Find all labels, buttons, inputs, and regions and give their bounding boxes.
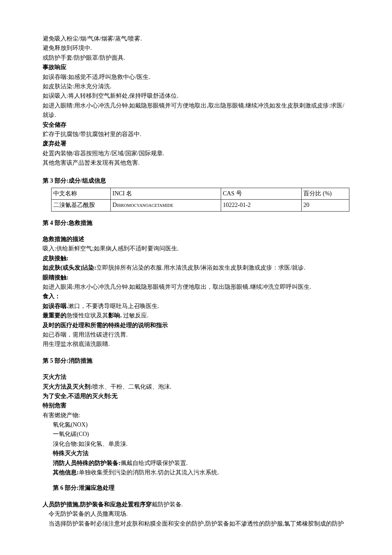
symptoms-b2: 影响. xyxy=(108,312,122,319)
s6-line-2: 当选择防护装备时必须注意对皮肤和粘膜全面和安全的防护,防护装备如不渗透性的防护服… xyxy=(43,519,349,529)
skin-contact-title: 皮肤接触: xyxy=(43,254,349,263)
other-prefix: 其他信息: xyxy=(53,469,79,476)
td-inci: Dibromocyanoacetamide xyxy=(111,200,221,211)
treatment-m2: 殊处理的说明和指示 xyxy=(114,322,168,328)
fire-method-prefix: 灭火方法及灭火剂: xyxy=(43,384,92,390)
accident-line-4: 如进入眼睛:用水小心冲洗几分钟.如戴隐形眼镜并可方便地取出,取出隐形眼镜.继续冲… xyxy=(43,101,349,120)
other-rest: 单独收集受到污染的消防用水.切勿让其流入污水系统. xyxy=(79,469,219,476)
safe-storage-line: 贮存于抗腐蚀/带抗腐蚀衬里的容器中. xyxy=(43,130,349,139)
th-cas: CAS 号 xyxy=(221,188,302,199)
skin-rest: 立即脱掉所有沾染的衣服.用水清洗皮肤/淋浴如发生皮肤刺激或皮疹：求医/就诊. xyxy=(96,264,306,271)
section3-title: 第 3 部分:成分/组成信息 xyxy=(43,176,349,186)
fire-method-rest: 喷水、干粉、二氧化碳、泡沫. xyxy=(92,384,172,390)
pp-rest: 戴防护装备. xyxy=(152,501,183,508)
ingest-rest: 漱口，不要诱导呕吐马上召唤医生. xyxy=(68,303,159,309)
equip-rest: 佩戴自给式呼吸保护装置. xyxy=(121,460,188,466)
personnel-protect-line: 人员防护措施,防护装备和应急处置程序穿戴防护装备. xyxy=(43,500,349,509)
unsuitable-prefix: 为了 xyxy=(43,393,55,399)
pp-mid: 备和应急处置程序穿 xyxy=(98,501,152,508)
th-cn-name: 中文名称 xyxy=(52,188,111,199)
disposal-line-2: 其他危害该产品暂未发现有其他危害. xyxy=(43,158,349,168)
hazard-line: 有害燃烧产物: xyxy=(43,411,349,420)
th-inci: INCI 名 xyxy=(111,188,221,199)
firefighter-equipment: 消防人员特殊的防护装备:佩戴自给式呼吸保护装置. xyxy=(43,459,349,468)
inhalation-line: 吸入:供给新鲜空气;如果病人感到不适时要询问医生. xyxy=(43,244,349,253)
ingest-line: 如误吞咽.漱口，不要诱导呕吐马上召唤医生. xyxy=(43,302,349,311)
symptoms-m1: 急慢性症状及其 xyxy=(66,312,108,319)
hazard-item-2: 一氧化碳(CO) xyxy=(43,430,349,439)
special-fire-method: 特殊灭火方法 xyxy=(43,449,349,458)
intro-line-1: 避免吸入粉尘/烟/气体/烟雾/蒸气/喷雾. xyxy=(43,34,349,44)
fire-method-title: 灭火方法 xyxy=(43,372,349,382)
table-row: 二溴氰基乙酰胺 Dibromocyanoacetamide 10222-01-2… xyxy=(52,200,349,211)
skin-contact-line: 如皮肤(或头发)沾染:立即脱掉所有沾染的衣服.用水清洗皮肤/淋浴如发生皮肤刺激或… xyxy=(43,263,349,273)
symptoms-b1: 最重要的 xyxy=(43,312,66,319)
unsuitable-line: 为了安全,不适用的灭火剂:无 xyxy=(43,392,349,401)
th-percent: 百分比 (%) xyxy=(302,188,349,199)
equip-prefix: 消防人员特殊的 xyxy=(53,460,95,466)
intro-line-3: 或防护手套/防护眼罩/防护面具. xyxy=(43,53,349,63)
hazard-item-3: 溴化合物:如溴化氢、单质溴. xyxy=(43,439,349,449)
treatment-title: 及时的医疗处理和所需的特殊处理的说明和指示 xyxy=(43,321,349,330)
s6-line-1: 令无防护装备的人员撤离现场. xyxy=(43,509,349,519)
treatment-line-1: 如已吞咽，需用活性碳进行洗胃. xyxy=(43,330,349,340)
pp-prefix: 人员防护措施,防护装 xyxy=(43,501,98,508)
symptoms-end: 过敏反应. xyxy=(122,312,149,319)
table-header-row: 中文名称 INCI 名 CAS 号 百分比 (%) xyxy=(52,188,349,199)
disposal-line-1: 处置内装物/容器按照地方/区域/国家/国际规章. xyxy=(43,149,349,158)
ingest-prefix: 如误吞咽. xyxy=(43,303,68,309)
equip-mid: 防护装备: xyxy=(95,460,121,466)
hazard-item-1: 氧化氮(NOX) xyxy=(43,420,349,430)
eye-contact-title: 眼睛接触: xyxy=(43,273,349,282)
intro-line-2: 避免释放到环境中. xyxy=(43,44,349,53)
td-percent: 20 xyxy=(302,200,349,211)
disposal-title: 废弃处署 xyxy=(43,139,349,148)
td-cn-name: 二溴氰基乙酰胺 xyxy=(52,200,111,211)
special-hazard-title: 特别危害 xyxy=(43,401,349,410)
td-cas: 10222-01-2 xyxy=(221,200,302,211)
section6-title: 第 6 部分:泄漏应急处理 xyxy=(43,483,349,493)
treatment-line-2: 用生理盐水彻底清洗眼睛. xyxy=(43,340,349,349)
accident-response-title: 事故响应 xyxy=(43,63,349,72)
section5-title: 第 5 部分:消防措施 xyxy=(43,356,349,366)
composition-table: 中文名称 INCI 名 CAS 号 百分比 (%) 二溴氰基乙酰胺 Dibrom… xyxy=(51,188,349,212)
treatment-m1: 医疗处理和所 xyxy=(61,322,96,328)
firstaid-desc-title: 急救措施的描述 xyxy=(43,235,349,244)
fire-method-line: 灭火方法及灭火剂:喷水、干粉、二氧化碳、泡沫. xyxy=(43,382,349,392)
safe-storage-title: 安全储存 xyxy=(43,120,349,130)
treatment-b2: 需的特 xyxy=(96,322,114,328)
eye-contact-line: 如进入眼渴:用水小心冲洗几分钟.如戴隐形眼镜并可方便地取出，取出隐形眼镜.继续冲… xyxy=(43,282,349,292)
treatment-p1: 及时的 xyxy=(43,322,61,328)
unsuitable-mid: 安全,不适用的 xyxy=(55,393,92,399)
ingest-title: 食入： xyxy=(43,292,349,301)
symptoms-line: 最重要的急慢性症状及其影响. 过敏反应. xyxy=(43,311,349,320)
other-info: 其他信息:单独收集受到污染的消防用水.切勿让其流入污水系统. xyxy=(43,468,349,477)
accident-line-2: 如皮肤沾染:用水充分清洗. xyxy=(43,82,349,91)
accident-line-1: 如误吞咽:如感觉不适,呼叫急救中心/医生. xyxy=(43,73,349,82)
skin-prefix: 如皮肤(或头发)沾染: xyxy=(43,264,96,271)
unsuitable-rest: 灭火剂:无 xyxy=(92,393,118,399)
section4-title: 第 4 部分:急救措施 xyxy=(43,218,349,228)
accident-line-3: 如误吸入:将人转移到空气新鲜处,保持呼吸舒适体位. xyxy=(43,91,349,101)
